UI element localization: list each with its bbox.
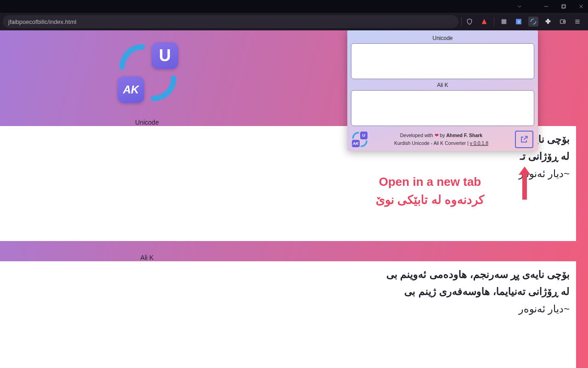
extension-icon-1[interactable] (499, 17, 509, 27)
logo-u-icon: U (152, 42, 178, 69)
popup-alik-input[interactable] (351, 90, 534, 126)
chevron-down-icon[interactable] (516, 3, 523, 10)
shield-icon[interactable] (464, 17, 475, 27)
version-link[interactable]: v 0.0.1.8 (470, 140, 488, 146)
url-text: jfaibpoecofbillc/index.html (8, 18, 76, 25)
toolbar-divider (461, 17, 462, 26)
popup-unicode-input[interactable] (351, 43, 534, 79)
kurdish-converter-extension-icon[interactable] (528, 17, 538, 27)
popup-unicode-label: Unicode (351, 35, 534, 41)
poem-sign: ~دیار ئەنوەر (519, 165, 570, 182)
main-unicode-label: Unicode (0, 119, 294, 126)
svg-line-14 (524, 136, 527, 140)
popup-mini-logo: U AK (352, 132, 368, 147)
translate-icon[interactable]: 文 (514, 17, 524, 27)
poem-line: بۆچی نایەی پڕ سەرنجم، هاودەمی ئەوینم بی (386, 266, 570, 283)
poem-line: لە ڕۆژانی تەنیایما، هاوسەفەری ژینم بی (386, 283, 570, 300)
main-alik-textarea[interactable]: بۆچی نایەی پڕ سەرنجم، هاودەمی ئەوینم بی … (0, 261, 576, 368)
heart-icon: ❤ (435, 132, 439, 138)
logo-ak-icon: AK (118, 76, 144, 103)
poem-sign: ~دیار ئەنوەر (386, 300, 570, 317)
svg-marker-5 (482, 19, 487, 24)
main-alik-label: Ali K (0, 254, 294, 261)
popup-alik-label: Ali K (351, 82, 534, 88)
window-titlebar (0, 0, 588, 13)
popup-footer-text: Developed with ❤ by Ahmed F. Shark Kurdi… (368, 132, 515, 147)
svg-rect-10 (563, 21, 565, 23)
extensions-puzzle-icon[interactable] (543, 17, 553, 27)
wallet-icon[interactable] (558, 17, 568, 27)
open-new-tab-button[interactable] (515, 131, 533, 148)
brave-icon[interactable] (479, 17, 489, 27)
svg-text:文: 文 (517, 20, 520, 23)
extension-popup: Unicode Ali K U AK Developed with ❤ by A… (347, 30, 538, 151)
address-bar[interactable]: jfaibpoecofbillc/index.html (3, 15, 458, 28)
menu-icon[interactable] (572, 17, 582, 27)
browser-toolbar: jfaibpoecofbillc/index.html 文 (0, 13, 588, 30)
svg-rect-6 (502, 19, 507, 24)
svg-rect-9 (560, 20, 565, 23)
close-icon[interactable] (578, 3, 584, 10)
toolbar-divider (494, 17, 494, 26)
maximize-icon[interactable] (560, 3, 567, 10)
app-logo: U AK (118, 42, 178, 103)
minimize-icon[interactable] (543, 3, 549, 10)
